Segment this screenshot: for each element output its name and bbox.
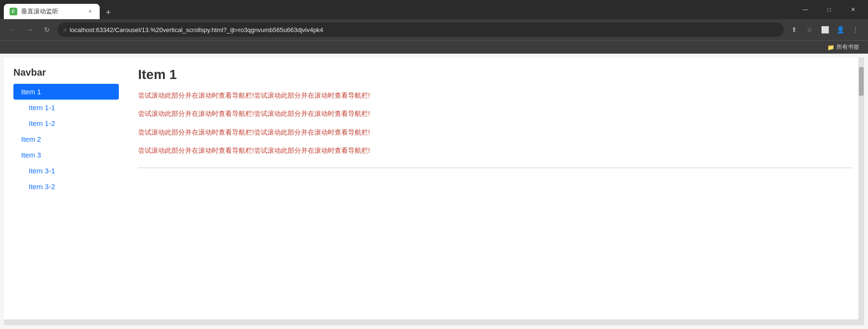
new-tab-button[interactable]: + [102, 6, 115, 19]
nav-item-item-1-2[interactable]: Item 1-2 [13, 115, 119, 131]
section-title: Item 1 [138, 67, 853, 82]
scrollspy-container: Navbar Item 1Item 1-1Item 1-2Item 2Item … [4, 57, 864, 325]
paragraphs-container: 尝试滚动此部分并在滚动时查看导航栏!尝试滚动此部分并在滚动时查看导航栏!尝试滚动… [138, 90, 853, 156]
back-button[interactable]: ← [6, 23, 19, 36]
address-text: localhost:63342/Carousel/13.%20vertical_… [69, 26, 778, 34]
paragraph-3: 尝试滚动此部分并在滚动时查看导航栏!尝试滚动此部分并在滚动时查看导航栏! [138, 127, 853, 137]
nav-item-item-2[interactable]: Item 2 [13, 131, 119, 147]
spy-main: Item 1 尝试滚动此部分并在滚动时查看导航栏!尝试滚动此部分并在滚动时查看导… [128, 67, 853, 316]
navbar-title: Navbar [13, 67, 119, 78]
tab-title: 垂直滚动监听 [21, 7, 82, 16]
paragraph-2: 尝试滚动此部分并在滚动时查看导航栏!尝试滚动此部分并在滚动时查看导航栏! [138, 108, 853, 119]
title-bar: F 垂直滚动监听 × + — □ ✕ [0, 0, 868, 19]
nav-item-item-1[interactable]: Item 1 [13, 84, 119, 100]
toolbar-actions: ⬆ ☆ ⬜ 👤 ⋮ [787, 23, 862, 36]
bookmark-button[interactable]: ☆ [803, 23, 816, 36]
lock-icon: ○ [63, 26, 67, 33]
nav-items-container: Item 1Item 1-1Item 1-2Item 2Item 3Item 3… [13, 84, 119, 194]
minimize-button[interactable]: — [794, 2, 816, 17]
menu-button[interactable]: ⋮ [849, 23, 862, 36]
all-bookmarks-item[interactable]: 📁 所有书签 [824, 42, 862, 52]
profile-button[interactable]: 👤 [833, 23, 847, 36]
active-tab[interactable]: F 垂直滚动监听 × [4, 4, 100, 19]
nav-item-item-1-1[interactable]: Item 1-1 [13, 100, 119, 115]
vertical-scrollbar[interactable] [858, 57, 864, 325]
tab-bar: F 垂直滚动监听 × + [4, 0, 794, 19]
bookmarks-folder-icon: 📁 [827, 44, 834, 51]
maximize-button[interactable]: □ [818, 2, 840, 17]
refresh-button[interactable]: ↻ [40, 23, 54, 36]
scrollbar-thumb[interactable] [859, 67, 864, 96]
tab-close-button[interactable]: × [86, 8, 94, 15]
window-controls: — □ ✕ [794, 2, 864, 17]
paragraph-4: 尝试滚动此部分并在滚动时查看导航栏!尝试滚动此部分并在滚动时查看导航栏! [138, 145, 853, 156]
all-bookmarks-label: 所有书签 [836, 43, 859, 51]
close-button[interactable]: ✕ [842, 2, 864, 17]
paragraph-1: 尝试滚动此部分并在滚动时查看导航栏!尝试滚动此部分并在滚动时查看导航栏! [138, 90, 853, 101]
tablet-mode-button[interactable]: ⬜ [818, 23, 832, 36]
nav-item-item-3[interactable]: Item 3 [13, 147, 119, 163]
toolbar: ← → ↻ ○ localhost:63342/Carousel/13.%20v… [0, 19, 868, 40]
forward-button[interactable]: → [23, 23, 36, 36]
nav-item-item-3-1[interactable]: Item 3-1 [13, 163, 119, 179]
section-divider [138, 168, 853, 168]
page-content: Navbar Item 1Item 1-1Item 1-2Item 2Item … [4, 57, 864, 325]
address-bar[interactable]: ○ localhost:63342/Carousel/13.%20vertica… [58, 23, 784, 37]
share-button[interactable]: ⬆ [787, 23, 801, 36]
tab-favicon: F [10, 8, 17, 15]
horizontal-scrollbar[interactable] [4, 319, 858, 325]
browser-window: F 垂直滚动监听 × + — □ ✕ ← → ↻ ○ localhost:633… [0, 0, 868, 329]
bookmarks-bar: 📁 所有书签 [0, 40, 868, 54]
spy-sidebar: Navbar Item 1Item 1-1Item 1-2Item 2Item … [13, 67, 119, 316]
page-area: Navbar Item 1Item 1-1Item 1-2Item 2Item … [0, 54, 868, 329]
nav-item-item-3-2[interactable]: Item 3-2 [13, 179, 119, 194]
